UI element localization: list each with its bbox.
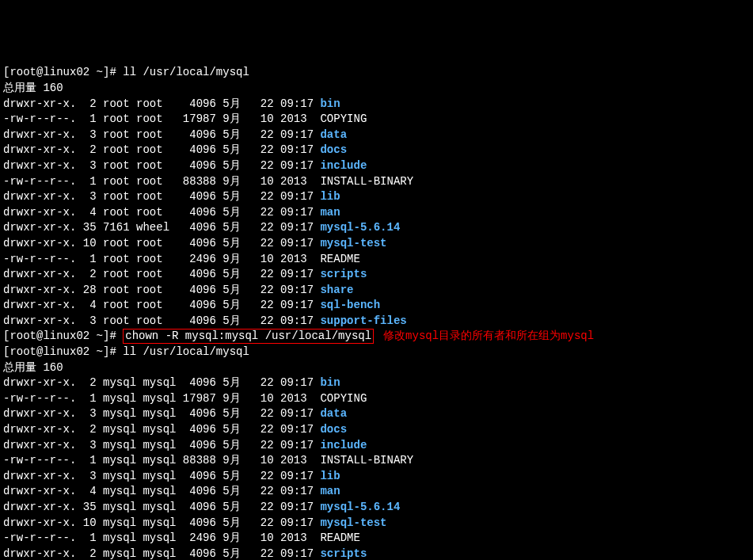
dir-name: include: [320, 159, 367, 172]
command-line: [root@linux02 ~]# chown -R mysql:mysql /…: [3, 329, 750, 345]
dir-name: scripts: [320, 547, 367, 560]
dir-name: man: [320, 485, 340, 497]
listing-row: -rw-r--r--. 1 root root 17987 9月 10 2013…: [3, 112, 750, 128]
dir-name: mysql-test: [320, 516, 386, 529]
dir-name: scripts: [320, 268, 367, 280]
listing-row: drwxr-xr-x. 10 mysql mysql 4096 5月 22 09…: [3, 516, 750, 531]
listing-row: drwxr-xr-x. 3 root root 4096 5月 22 09:17…: [3, 128, 750, 143]
file-name: INSTALL-BINARY: [320, 454, 413, 467]
listing-row: drwxr-xr-x. 3 mysql mysql 4096 5月 22 09:…: [3, 406, 750, 422]
file-name: README: [320, 253, 359, 265]
dir-name: data: [320, 407, 347, 420]
annotation-text: 修改mysql目录的所有者和所在组为mysql: [383, 330, 594, 342]
dir-name: mysql-5.6.14: [320, 501, 400, 513]
listing-row: drwxr-xr-x. 2 root root 4096 5月 22 09:17…: [3, 267, 750, 283]
listing-row: -rw-r--r--. 1 root root 2496 9月 10 2013 …: [3, 252, 750, 268]
dir-name: mysql-5.6.14: [320, 221, 400, 234]
dir-name: include: [320, 439, 367, 451]
listing-row: drwxr-xr-x. 3 root root 4096 5月 22 09:17…: [3, 158, 750, 174]
listing-row: -rw-r--r--. 1 mysql mysql 88388 9月 10 20…: [3, 453, 750, 469]
listing-row: drwxr-xr-x. 2 mysql mysql 4096 5月 22 09:…: [3, 375, 750, 391]
listing-row: drwxr-xr-x. 35 7161 wheel 4096 5月 22 09:…: [3, 220, 750, 236]
file-name: COPYING: [320, 392, 367, 405]
terminal-output[interactable]: [root@linux02 ~]# ll /usr/local/mysql总用量…: [3, 65, 750, 560]
command-line: [root@linux02 ~]# ll /usr/local/mysql: [3, 345, 750, 360]
listing-row: -rw-r--r--. 1 mysql mysql 17987 9月 10 20…: [3, 391, 750, 407]
listing-row: drwxr-xr-x. 2 root root 4096 5月 22 09:17…: [3, 97, 750, 112]
dir-name: lib: [320, 470, 340, 482]
dir-name: bin: [320, 376, 340, 389]
dir-name: lib: [320, 190, 340, 203]
listing-row: drwxr-xr-x. 35 mysql mysql 4096 5月 22 09…: [3, 500, 750, 516]
highlighted-command: chown -R mysql:mysql /usr/local/mysql: [123, 329, 374, 344]
shell-prompt: [root@linux02 ~]#: [3, 66, 123, 78]
listing-row: drwxr-xr-x. 4 root root 4096 5月 22 09:17…: [3, 298, 750, 314]
dir-name: bin: [320, 97, 340, 110]
listing-row: drwxr-xr-x. 10 root root 4096 5月 22 09:1…: [3, 236, 750, 252]
dir-name: share: [320, 284, 353, 296]
dir-name: support-files: [320, 314, 406, 327]
listing-row: drwxr-xr-x. 4 root root 4096 5月 22 09:17…: [3, 205, 750, 221]
dir-name: sql-bench: [320, 299, 380, 311]
command-text: ll /usr/local/mysql: [123, 345, 249, 358]
dir-name: docs: [320, 423, 347, 436]
command-text: ll /usr/local/mysql: [123, 66, 249, 78]
listing-row: drwxr-xr-x. 2 mysql mysql 4096 5月 22 09:…: [3, 547, 750, 560]
listing-row: drwxr-xr-x. 2 mysql mysql 4096 5月 22 09:…: [3, 422, 750, 438]
listing-row: drwxr-xr-x. 4 mysql mysql 4096 5月 22 09:…: [3, 484, 750, 500]
file-name: COPYING: [320, 112, 367, 125]
file-name: INSTALL-BINARY: [320, 175, 413, 188]
shell-prompt: [root@linux02 ~]#: [3, 345, 123, 358]
file-name: README: [320, 531, 359, 544]
listing-row: -rw-r--r--. 1 mysql mysql 2496 9月 10 201…: [3, 531, 750, 547]
listing-row: drwxr-xr-x. 2 root root 4096 5月 22 09:17…: [3, 143, 750, 158]
dir-name: mysql-test: [320, 237, 386, 250]
dir-name: man: [320, 206, 340, 219]
dir-name: docs: [320, 143, 347, 156]
listing-row: -rw-r--r--. 1 root root 88388 9月 10 2013…: [3, 174, 750, 190]
listing-row: drwxr-xr-x. 28 root root 4096 5月 22 09:1…: [3, 283, 750, 299]
shell-prompt: [root@linux02 ~]#: [3, 330, 123, 342]
total-line: 总用量 160: [3, 81, 750, 97]
listing-row: drwxr-xr-x. 3 root root 4096 5月 22 09:17…: [3, 189, 750, 205]
listing-row: drwxr-xr-x. 3 mysql mysql 4096 5月 22 09:…: [3, 469, 750, 485]
dir-name: data: [320, 128, 347, 141]
command-line: [root@linux02 ~]# ll /usr/local/mysql: [3, 65, 750, 81]
listing-row: drwxr-xr-x. 3 mysql mysql 4096 5月 22 09:…: [3, 438, 750, 454]
total-line: 总用量 160: [3, 360, 750, 376]
listing-row: drwxr-xr-x. 3 root root 4096 5月 22 09:17…: [3, 314, 750, 330]
